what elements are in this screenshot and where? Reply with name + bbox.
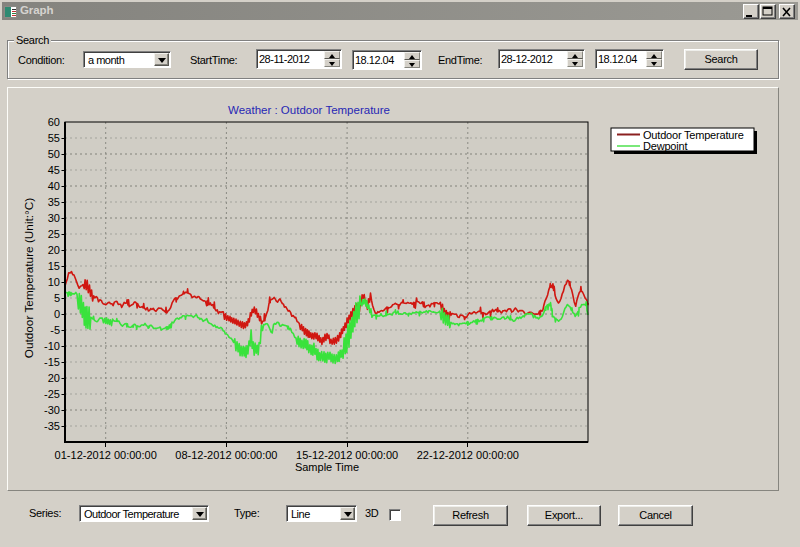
svg-text:Weather : Outdoor Temperature: Weather : Outdoor Temperature [228, 104, 390, 116]
svg-text:55: 55 [48, 132, 60, 144]
svg-text:50: 50 [48, 148, 60, 160]
svg-text:-15: -15 [44, 356, 60, 368]
svg-text:Outdoor Temperature: Outdoor Temperature [643, 129, 744, 141]
svg-text:01-12-2012 00:00:00: 01-12-2012 00:00:00 [55, 449, 157, 461]
svg-text:5: 5 [54, 292, 60, 304]
svg-text:40: 40 [48, 180, 60, 192]
svg-text:Dewpoint: Dewpoint [643, 140, 687, 152]
svg-text:Outdoor Temperature (Unit:°C): Outdoor Temperature (Unit:°C) [22, 198, 36, 359]
svg-text:08-12-2012 00:00:00: 08-12-2012 00:00:00 [175, 449, 277, 461]
svg-text:10: 10 [48, 276, 60, 288]
svg-text:-35: -35 [44, 420, 60, 432]
svg-text:20: 20 [48, 372, 60, 384]
svg-text:20: 20 [48, 244, 60, 256]
svg-text:0: 0 [54, 308, 60, 320]
svg-text:25: 25 [48, 228, 60, 240]
svg-text:Sample Time: Sample Time [295, 461, 359, 473]
svg-text:22-12-2012 00:00:00: 22-12-2012 00:00:00 [417, 449, 519, 461]
svg-text:-30: -30 [44, 404, 60, 416]
svg-text:45: 45 [48, 164, 60, 176]
svg-text:15: 15 [48, 260, 60, 272]
svg-text:-25: -25 [44, 388, 60, 400]
svg-text:-10: -10 [44, 340, 60, 352]
svg-text:30: 30 [48, 212, 60, 224]
svg-text:-5: -5 [50, 324, 60, 336]
svg-text:15-12-2012 00:00:00: 15-12-2012 00:00:00 [296, 449, 398, 461]
svg-text:35: 35 [48, 196, 60, 208]
svg-text:60: 60 [48, 116, 60, 128]
